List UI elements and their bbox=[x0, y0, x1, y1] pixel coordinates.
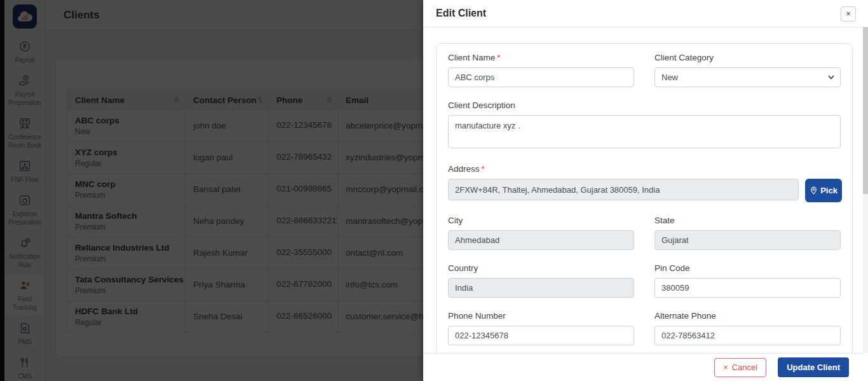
update-client-button[interactable]: Update Client bbox=[778, 357, 849, 377]
phone-number-label: Phone Number bbox=[448, 311, 634, 321]
modal-scrollbar[interactable] bbox=[863, 27, 868, 353]
state-label: State bbox=[654, 216, 841, 225]
alternate-phone-input[interactable] bbox=[654, 326, 841, 345]
edit-client-modal: Edit Client × Client Name* Client Catego… bbox=[423, 0, 868, 381]
modal-footer: × Cancel Update Client bbox=[423, 353, 863, 381]
cancel-x-icon: × bbox=[723, 363, 728, 372]
country-input[interactable] bbox=[448, 278, 634, 298]
modal-scrollbar-thumb[interactable] bbox=[863, 27, 868, 194]
modal-header: Edit Client × bbox=[423, 0, 868, 27]
client-description-label: Client Description bbox=[448, 100, 841, 110]
client-name-input[interactable] bbox=[448, 67, 634, 87]
state-input[interactable] bbox=[654, 230, 841, 250]
alternate-phone-label: Alternate Phone bbox=[654, 311, 841, 321]
address-input[interactable] bbox=[448, 179, 799, 200]
pin-code-label: Pin Code bbox=[654, 263, 841, 273]
edit-client-form: Client Name* Client Category New bbox=[436, 43, 853, 353]
client-category-label: Client Category bbox=[654, 53, 841, 62]
location-pin-icon bbox=[810, 186, 818, 195]
phone-number-input[interactable] bbox=[448, 326, 634, 345]
city-label: City bbox=[448, 216, 634, 225]
cancel-button[interactable]: × Cancel bbox=[714, 358, 766, 377]
city-input[interactable] bbox=[448, 230, 634, 250]
pick-location-button[interactable]: Pick bbox=[805, 179, 842, 202]
modal-body: Client Name* Client Category New bbox=[423, 27, 863, 353]
client-name-label: Client Name* bbox=[448, 53, 634, 62]
close-icon[interactable]: × bbox=[841, 6, 856, 22]
country-label: Country bbox=[448, 263, 634, 273]
client-category-select[interactable]: New bbox=[654, 67, 841, 87]
required-asterisk: * bbox=[482, 164, 485, 174]
required-asterisk: * bbox=[497, 53, 500, 62]
modal-title: Edit Client bbox=[436, 8, 486, 19]
client-description-textarea[interactable]: manufacture xyz . bbox=[448, 115, 841, 148]
app-window: Payroll Payroll Preperation Conference R… bbox=[0, 0, 868, 381]
pin-code-input[interactable] bbox=[654, 278, 841, 298]
address-label: Address* bbox=[448, 164, 842, 174]
